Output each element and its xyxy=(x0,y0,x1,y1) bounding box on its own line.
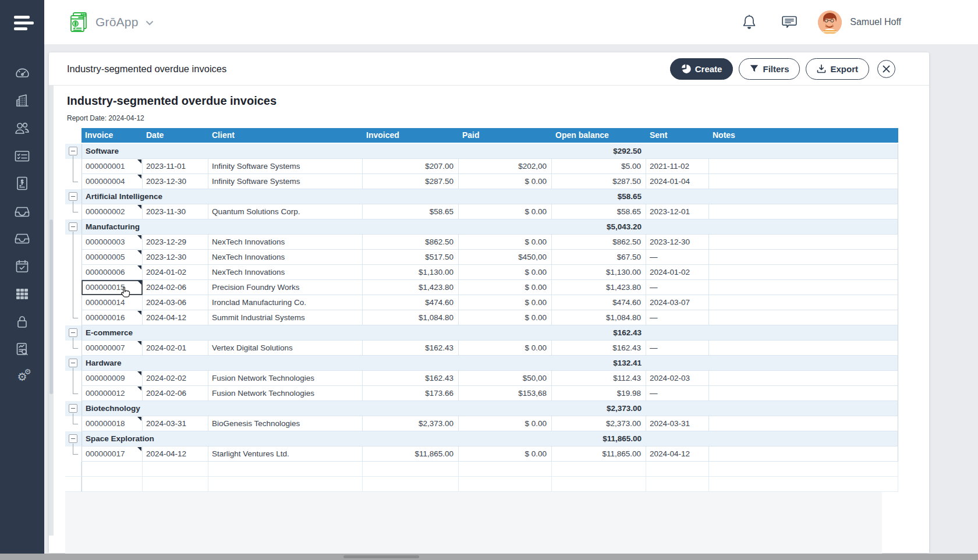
notes-cell[interactable] xyxy=(709,235,898,250)
user-avatar[interactable] xyxy=(818,10,842,34)
collapse-group-button[interactable] xyxy=(69,434,77,443)
open-balance-cell[interactable]: $1,423.80 xyxy=(552,280,646,295)
invoice-cell[interactable]: 000000007 xyxy=(82,341,143,356)
open-balance-cell[interactable]: $19.98 xyxy=(552,386,646,401)
collapse-group-button[interactable] xyxy=(69,359,77,367)
client-cell[interactable]: Infinity Software Systems xyxy=(208,174,363,189)
sidebar-item-settings[interactable]: ⚙⚙ xyxy=(10,370,34,385)
open-balance-cell[interactable]: $1,130.00 xyxy=(552,265,646,280)
notes-cell[interactable] xyxy=(709,386,898,401)
paid-cell[interactable]: $ 0.00 xyxy=(459,446,552,462)
date-cell[interactable]: 2024-02-06 xyxy=(143,386,208,401)
notes-cell[interactable] xyxy=(709,371,898,386)
client-cell[interactable]: Starlight Ventures Ltd. xyxy=(208,446,363,462)
client-cell[interactable]: BioGenesis Technologies xyxy=(208,416,363,431)
invoiced-cell[interactable]: $287.50 xyxy=(363,174,459,189)
sent-cell[interactable]: 2024-01-02 xyxy=(646,265,709,280)
paid-cell[interactable]: $ 0.00 xyxy=(459,265,552,280)
invoice-cell[interactable]: 000000014 xyxy=(82,295,143,310)
vertical-scrollbar[interactable] xyxy=(49,86,54,536)
collapse-group-button[interactable] xyxy=(69,404,77,413)
date-cell[interactable]: 2023-12-29 xyxy=(143,235,208,250)
sent-cell[interactable]: 2023-12-01 xyxy=(646,204,709,219)
notes-cell[interactable] xyxy=(709,446,898,462)
client-cell[interactable]: Summit Industrial Systems xyxy=(208,310,363,325)
open-balance-cell[interactable]: $862.50 xyxy=(552,235,646,250)
notes-cell[interactable] xyxy=(709,265,898,280)
invoiced-cell[interactable]: $207.00 xyxy=(363,159,459,174)
collapse-group-button[interactable] xyxy=(69,192,77,201)
date-cell[interactable]: 2024-02-01 xyxy=(143,341,208,356)
invoiced-cell[interactable]: $862.50 xyxy=(363,235,459,250)
invoice-cell[interactable]: 000000009 xyxy=(82,371,143,386)
date-cell[interactable]: 2024-04-12 xyxy=(143,310,208,325)
sent-cell[interactable]: 2021-11-02 xyxy=(646,159,709,174)
client-cell[interactable]: Precision Foundry Works xyxy=(208,280,363,295)
invoiced-cell[interactable]: $173.66 xyxy=(363,386,459,401)
client-cell[interactable]: Ironclad Manufacturing Co. xyxy=(208,295,363,310)
invoice-cell[interactable]: 000000004 xyxy=(82,174,143,189)
sent-cell[interactable]: 2024-03-07 xyxy=(646,295,709,310)
invoiced-cell[interactable]: $517.50 xyxy=(363,250,459,265)
page-scrollbar-thumb[interactable] xyxy=(343,555,419,558)
invoiced-cell[interactable]: $11,865.00 xyxy=(363,446,459,462)
export-button[interactable]: Export xyxy=(806,58,869,80)
notes-cell[interactable] xyxy=(709,159,898,174)
invoice-cell[interactable]: 000000003 xyxy=(82,235,143,250)
sent-cell[interactable]: 2024-01-04 xyxy=(646,174,709,189)
invoice-cell[interactable]: 000000017 xyxy=(82,446,143,462)
invoiced-cell[interactable]: $1,084.80 xyxy=(363,310,459,325)
sent-cell[interactable]: — xyxy=(646,386,709,401)
notes-cell[interactable] xyxy=(709,204,898,219)
sidebar-item-tables[interactable] xyxy=(10,286,34,302)
paid-cell[interactable]: $ 0.00 xyxy=(459,204,552,219)
paid-cell[interactable]: $153,68 xyxy=(459,386,552,401)
filters-button[interactable]: Filters xyxy=(739,58,800,80)
notes-cell[interactable] xyxy=(709,310,898,325)
paid-cell[interactable]: $ 0.00 xyxy=(459,341,552,356)
open-balance-cell[interactable]: $58.65 xyxy=(552,204,646,219)
paid-cell[interactable]: $450,00 xyxy=(459,250,552,265)
date-cell[interactable]: 2024-04-12 xyxy=(143,446,208,462)
sidebar-item-archive[interactable] xyxy=(10,231,34,246)
date-cell[interactable]: 2024-02-06 xyxy=(143,280,208,295)
sidebar-item-calendar[interactable] xyxy=(10,259,34,274)
date-cell[interactable]: 2023-11-30 xyxy=(143,204,208,219)
invoice-cell[interactable]: 000000005 xyxy=(82,250,143,265)
sidebar-item-tasks[interactable] xyxy=(10,148,34,164)
open-balance-cell[interactable]: $11,865.00 xyxy=(552,446,646,462)
sent-cell[interactable]: — xyxy=(646,250,709,265)
sidebar-item-reports[interactable] xyxy=(10,342,34,357)
paid-cell[interactable]: $202,00 xyxy=(459,159,552,174)
menu-hamburger-icon[interactable] xyxy=(0,0,44,44)
invoice-cell[interactable]: 000000006 xyxy=(82,265,143,280)
open-balance-cell[interactable]: $1,084.80 xyxy=(552,310,646,325)
app-switcher[interactable]: GrōApp xyxy=(44,11,154,33)
date-cell[interactable]: 2024-03-06 xyxy=(143,295,208,310)
invoiced-cell[interactable]: $58.65 xyxy=(363,204,459,219)
sidebar-item-company[interactable] xyxy=(10,93,34,108)
paid-cell[interactable]: $ 0.00 xyxy=(459,235,552,250)
invoice-cell[interactable]: 000000002 xyxy=(82,204,143,219)
invoiced-cell[interactable]: $2,373.00 xyxy=(363,416,459,431)
collapse-group-button[interactable] xyxy=(69,328,77,337)
client-cell[interactable]: NexTech Innovations xyxy=(208,250,363,265)
collapse-group-button[interactable] xyxy=(69,222,77,231)
invoiced-cell[interactable]: $1,130.00 xyxy=(363,265,459,280)
client-cell[interactable]: NexTech Innovations xyxy=(208,265,363,280)
date-cell[interactable]: 2024-02-02 xyxy=(143,371,208,386)
date-cell[interactable]: 2023-11-01 xyxy=(143,159,208,174)
notifications-button[interactable] xyxy=(742,14,757,30)
date-cell[interactable]: 2024-01-02 xyxy=(143,265,208,280)
open-balance-cell[interactable]: $287.50 xyxy=(552,174,646,189)
client-cell[interactable]: Vertex Digital Solutions xyxy=(208,341,363,356)
paid-cell[interactable]: $ 0.00 xyxy=(459,174,552,189)
sidebar-item-customers[interactable] xyxy=(10,120,34,136)
create-button[interactable]: Create xyxy=(670,58,734,80)
sent-cell[interactable]: — xyxy=(646,280,709,295)
open-balance-cell[interactable]: $162.43 xyxy=(552,341,646,356)
sent-cell[interactable]: 2024-02-03 xyxy=(646,371,709,386)
sidebar-item-invoices[interactable] xyxy=(10,176,34,191)
invoice-cell[interactable]: 000000015 xyxy=(82,280,143,295)
invoice-cell[interactable]: 000000016 xyxy=(82,310,143,325)
